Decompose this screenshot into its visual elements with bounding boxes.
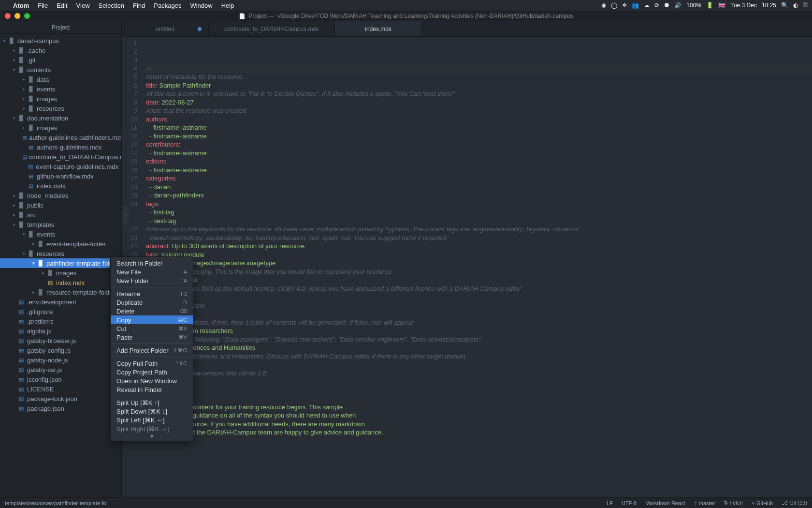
file-gatsby-ssr-js[interactable]: ▤gatsby-ssr.js xyxy=(0,365,121,374)
file-jsconfig-json[interactable]: ▤jsconfig.json xyxy=(0,374,121,384)
menu-delete[interactable]: Delete⌫ xyxy=(111,307,193,315)
tab-index-mdx[interactable]: index.mdx xyxy=(335,21,422,36)
folder-events[interactable]: ▾▉events xyxy=(0,229,121,239)
folder-dariah-campus[interactable]: ▾▉dariah-campus xyxy=(0,36,121,45)
folder-images[interactable]: ▸▉images xyxy=(0,123,121,133)
status-git[interactable]: ⎇ Git (13) xyxy=(782,500,807,506)
menu-scroll-down-icon[interactable]: ▾ xyxy=(111,433,193,439)
loading-icon[interactable]: ⟳ xyxy=(654,2,659,9)
cloud-icon[interactable]: ☁ xyxy=(644,2,650,9)
minimize-window-button[interactable] xyxy=(14,13,20,19)
file-author-guidelines-pathfinders-mdx[interactable]: ▤author-guidelines-pathfinders.mdx xyxy=(0,133,121,142)
folder-images[interactable]: ▸▉images xyxy=(0,268,121,278)
file-index-mdx[interactable]: ▤index.mdx xyxy=(0,181,121,191)
menu-help[interactable]: Help xyxy=(217,1,239,10)
flag-icon[interactable]: 🇬🇧 xyxy=(718,2,725,9)
fullscreen-window-button[interactable] xyxy=(24,13,30,19)
folder--cache[interactable]: ▸▉.cache xyxy=(0,45,121,55)
volume-icon[interactable]: 🔊 xyxy=(674,2,682,9)
folder-public[interactable]: ▸▉public xyxy=(0,200,121,210)
menu-cut[interactable]: Cut⌘X xyxy=(111,324,193,333)
app-name[interactable]: Atom xyxy=(9,1,33,10)
folder-events[interactable]: ▸▉events xyxy=(0,84,121,94)
battery-icon[interactable]: 🔋 xyxy=(706,2,713,9)
status-github[interactable]: ⑂ GitHub xyxy=(752,500,773,506)
menu-open-in-new-window[interactable]: Open in New Window xyxy=(111,376,193,385)
folder-images[interactable]: ▸▉images xyxy=(0,94,121,104)
menu-new-folder[interactable]: New Folder⇧A xyxy=(111,276,193,285)
folder-pathfinder-template-folder[interactable]: ▾▉pathfinder-template-folder xyxy=(0,258,121,268)
file-package-lock-json[interactable]: ▤package-lock.json xyxy=(0,394,121,403)
menu-split-down-k-[interactable]: Split Down [⌘K ↓] xyxy=(111,407,193,416)
menu-item-label: Rename xyxy=(116,290,140,298)
tab-untitled[interactable]: untitled xyxy=(122,21,209,36)
menu-split-right-k-[interactable]: Split Right [⌘K →] xyxy=(111,424,193,433)
file-authors-guidelines-mdx[interactable]: ▤authors-guidelines.mdx xyxy=(0,142,121,152)
folder-event-template-folder[interactable]: ▸▉event-template-folder xyxy=(0,239,121,249)
file-index-mdx[interactable]: ▤index.mdx xyxy=(0,278,121,287)
file-license[interactable]: ▤LICENSE xyxy=(0,384,121,394)
collapse-sidebar-button[interactable]: ‹ xyxy=(122,205,129,224)
close-window-button[interactable] xyxy=(5,13,11,19)
folder-templates[interactable]: ▾▉templates xyxy=(0,220,121,229)
code-content[interactable]: ---#start of metadata for the resource.t… xyxy=(141,37,812,497)
folder-resources[interactable]: ▸▉resources xyxy=(0,104,121,113)
status-fetch[interactable]: ⇅ Fetch xyxy=(724,500,743,506)
menu-search-in-folder[interactable]: Search in Folder xyxy=(111,259,193,268)
spotlight-icon[interactable]: 🔍 xyxy=(781,2,788,9)
user-icon[interactable]: 👥 xyxy=(632,2,639,9)
folder-resources[interactable]: ▾▉resources xyxy=(0,249,121,258)
menu-edit[interactable]: Edit xyxy=(52,1,72,10)
notifications-icon[interactable]: ☰ xyxy=(803,2,808,9)
file-gatsby-browser-js[interactable]: ▤gatsby-browser.js xyxy=(0,336,121,345)
file-gatsby-config-js[interactable]: ▤gatsby-config.js xyxy=(0,345,121,355)
menu-find[interactable]: Find xyxy=(129,1,149,10)
menu-copy-project-path[interactable]: Copy Project Path xyxy=(111,368,193,376)
folder--git[interactable]: ▸▉.git xyxy=(0,55,121,65)
circle-icon[interactable]: ◯ xyxy=(611,2,617,9)
fan-icon[interactable]: ✲ xyxy=(622,2,627,9)
menu-paste[interactable]: Paste⌘V xyxy=(111,333,193,342)
file-contribute-to-dariah-campus-mdx[interactable]: ▤contribute_to_DARIAH-Campus.mdx xyxy=(0,152,121,162)
menu-separator xyxy=(111,357,193,357)
file--env-development[interactable]: ▤.env.development xyxy=(0,297,121,307)
menu-view[interactable]: View xyxy=(72,1,94,10)
folder-resource-template-folder[interactable]: ▸▉resource-template-folder xyxy=(0,287,121,297)
folder-src[interactable]: ▸▉src xyxy=(0,210,121,220)
menu-packages[interactable]: Packages xyxy=(149,1,186,10)
menu-split-up-k-[interactable]: Split Up [⌘K ↑] xyxy=(111,398,193,407)
menu-new-file[interactable]: New FileA xyxy=(111,268,193,276)
menu-copy[interactable]: Copy⌘C xyxy=(111,315,193,324)
file-github-workflow-mdx[interactable]: ▤github-workflow.mdx xyxy=(0,171,121,181)
siri-icon[interactable]: ◐ xyxy=(793,2,798,9)
file--prettierrc[interactable]: ▤.prettierrc xyxy=(0,316,121,326)
status-lineending[interactable]: LF xyxy=(607,500,613,506)
file-algolia-js[interactable]: ▤algolia.js xyxy=(0,326,121,336)
menu-reveal-in-finder[interactable]: Reveal in Finder xyxy=(111,385,193,394)
file-event-capture-guidelines-mdx[interactable]: ▤event-capture-guidelines.mdx xyxy=(0,162,121,171)
folder-contents[interactable]: ▾▉contents xyxy=(0,65,121,75)
file--gitignore[interactable]: ▤.gitignore xyxy=(0,307,121,316)
menu-window[interactable]: Window xyxy=(186,1,217,10)
folder-node-modules[interactable]: ▸▉node_modules xyxy=(0,191,121,200)
status-branch[interactable]: ᛘ master xyxy=(694,500,715,506)
menu-rename[interactable]: RenameF2 xyxy=(111,289,193,298)
menu-split-left-k-[interactable]: Split Left [⌘K ←] xyxy=(111,416,193,424)
editor[interactable]: 1234567891011121314151617181920 22232425… xyxy=(122,37,812,497)
menu-copy-full-path[interactable]: Copy Full Path⌃⇧C xyxy=(111,359,193,368)
toggl-icon[interactable]: ◉ xyxy=(601,2,606,9)
folder-documentation[interactable]: ▾▉documentation xyxy=(0,113,121,123)
menu-add-project-folder[interactable]: Add Project Folder⇧⌘O xyxy=(111,346,193,355)
wifi-icon[interactable]: ⚉ xyxy=(664,2,669,9)
status-encoding[interactable]: UTF-8 xyxy=(622,500,637,506)
window-title-text: Project — ~/Google Drive/TCD Work/DARIAH… xyxy=(248,13,573,19)
file-package-json[interactable]: ▤package.json xyxy=(0,403,121,413)
tab-contribute-to-dariah-campus-mdx[interactable]: contribute_to_DARIAH-Campus.mdx xyxy=(209,21,335,36)
menu-duplicate[interactable]: DuplicateD xyxy=(111,298,193,307)
file-gatsby-node-js[interactable]: ▤gatsby-node.js xyxy=(0,355,121,365)
menu-selection[interactable]: Selection xyxy=(94,1,129,10)
menu-file[interactable]: File xyxy=(33,1,52,10)
folder-data[interactable]: ▸▉data xyxy=(0,75,121,84)
status-language[interactable]: Markdown React xyxy=(645,500,685,506)
file-tree[interactable]: ▾▉dariah-campus▸▉.cache▸▉.git▾▉contents▸… xyxy=(0,34,121,497)
